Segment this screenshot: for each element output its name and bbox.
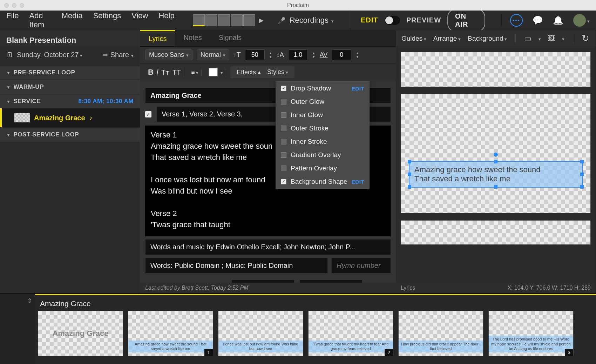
resize-handle[interactable] [494,160,497,163]
resize-handle[interactable] [580,160,584,163]
tracking-input[interactable] [332,49,351,60]
effect-gradient-overlay[interactable]: Gradient Overlay [276,148,369,162]
left-sidebar: Blank Presentation Sunday, October 27 Sh… [0,30,140,293]
section-service[interactable]: SERVICE8:30 AM; 10:30 AM [0,94,140,108]
section-warmup[interactable]: WARM-UP [0,80,140,94]
section-preservice[interactable]: PRE-SERVICE LOOP [0,65,140,80]
guides-dropdown[interactable]: Guides [401,35,426,42]
on-air-button[interactable]: ON AIR [447,9,485,32]
user-avatar [573,14,586,27]
slide-thumbnail[interactable]: The Lord has promised good to me His Wor… [488,311,574,356]
font-size-input[interactable] [245,49,265,60]
menu-media[interactable]: Media [62,11,83,29]
play-icon[interactable]: ▶ [259,16,264,24]
resize-handle[interactable] [580,173,584,176]
menu-help[interactable]: Help [158,11,174,29]
text-color-swatch[interactable] [209,68,218,76]
stepper[interactable]: ▲▼ [312,52,316,59]
share-icon [102,50,108,59]
line-height-icon: ↕A [277,51,284,59]
avatar[interactable] [205,14,217,26]
sidebar-item-song[interactable]: Amazing Grace ♪ [0,108,140,127]
effect-outer-glow[interactable]: Outer Glow [276,95,369,108]
line-height-input[interactable] [288,49,308,60]
more-menu-icon[interactable]: ••• [510,14,523,27]
resize-handle[interactable] [580,185,584,189]
slide-thumbnail[interactable]: Amazing grace how sweet the sound That s… [128,311,213,356]
slide-preview[interactable] [401,52,591,87]
lyrics-editor-body: Amazing Grace ✓ Verse 1, Verse 2, Verse … [140,81,396,283]
resize-handle[interactable] [408,160,411,163]
avatar[interactable] [243,14,255,26]
italic-button[interactable]: I [156,68,158,77]
slide-thumbnail[interactable]: 'Twas grace that taught my heart to fear… [308,311,393,356]
edit-preview-toggle[interactable] [385,16,400,25]
slide-thumbnail[interactable]: Amazing Grace [38,311,123,356]
calendar-icon [6,51,13,59]
order-checkbox[interactable]: ✓ [145,111,151,117]
share-button[interactable]: Share [102,50,134,59]
align-button[interactable]: ≡ [191,69,198,76]
avatar[interactable] [231,14,243,26]
effect-drop-shadow[interactable]: ✓Drop ShadowEDIT [276,82,369,95]
window-controls[interactable] [4,3,24,8]
ccli-number-1[interactable]: 3234509 [231,280,294,283]
menu-file[interactable]: File [6,11,19,29]
slide-thumbnail[interactable]: I once was lost but now am found Was bli… [218,311,303,356]
tab-lyrics[interactable]: Lyrics [140,30,175,46]
user-menu[interactable] [573,14,590,27]
effect-inner-stroke[interactable]: Inner Stroke [276,135,369,148]
arrange-dropdown[interactable]: Arrange [433,35,461,42]
image-tool-icon[interactable] [548,34,555,42]
background-dropdown[interactable]: Background [468,35,507,42]
tab-signals[interactable]: Signals [210,30,250,46]
resize-handle[interactable] [408,185,411,189]
credits-field[interactable]: Words and music by Edwin Othello Excell;… [145,239,391,255]
timeline-panel: ⇕ Amazing Grace Amazing Grace Amazing gr… [0,293,596,364]
effects-dropdown-trigger[interactable]: Effects ▴ [237,68,261,76]
avatar[interactable] [193,14,205,26]
stepper[interactable]: ▲▼ [355,52,359,59]
recordings-dropdown[interactable]: Recordings [273,16,339,25]
bold-button[interactable]: B [148,68,154,77]
edit-link[interactable]: EDIT [352,86,364,92]
font-family-select[interactable]: Museo Sans [145,49,192,60]
font-weight-select[interactable]: Normal [197,49,229,60]
presentation-title[interactable]: Blank Presentation [0,30,140,47]
textbox-tool-icon[interactable] [524,34,531,43]
tab-notes[interactable]: Notes [175,30,210,46]
chevron-down-icon [6,69,11,76]
resize-handle[interactable] [494,185,497,189]
edit-link[interactable]: EDIT [352,179,364,185]
menu-view[interactable]: View [131,11,148,29]
menu-settings[interactable]: Settings [93,11,121,29]
small-caps-button[interactable]: Tᴛ [161,68,170,76]
effects-dropdown: ✓Drop ShadowEDIT Outer Glow Inner Glow O… [276,81,370,189]
preview-toolbar: Guides Arrange Background [396,30,596,47]
effect-pattern-overlay[interactable]: Pattern Overlay [276,162,369,175]
notifications-icon[interactable] [553,15,563,25]
ccli-number-2[interactable]: 22025 [299,280,363,283]
resize-handle[interactable] [408,173,411,176]
effect-inner-glow[interactable]: Inner Glow [276,108,369,122]
copyright-field[interactable]: Words: Public Domain ; Music: Public Dom… [145,258,328,274]
slide-thumbnail[interactable]: How precious did that grace appear The h… [398,311,483,356]
timeline-song-label: Amazing Grace [40,299,593,308]
all-caps-button[interactable]: TT [172,68,181,76]
chat-icon[interactable] [533,15,543,25]
hymn-number-field[interactable]: Hymn number [331,258,391,274]
menu-add-item[interactable]: Add Item [29,11,51,29]
slide-preview-current[interactable]: Amazing grace how sweet the sound That s… [401,94,591,213]
refresh-icon[interactable] [582,33,589,44]
slide-preview[interactable] [401,220,591,245]
expand-icon[interactable]: ⇕ [27,297,32,305]
presentation-date[interactable]: Sunday, October 27 [17,51,82,59]
stepper[interactable]: ▲▼ [269,52,272,59]
selected-textbox[interactable]: Amazing grace how sweet the sound That s… [409,161,583,188]
effect-background-shape[interactable]: ✓Background ShapeEDIT [276,175,369,188]
section-postservice[interactable]: POST-SERVICE LOOP [0,127,140,142]
effect-outer-stroke[interactable]: Outer Stroke [276,122,369,135]
avatar[interactable] [218,14,230,26]
styles-dropdown-trigger[interactable]: Styles [267,68,288,76]
rotate-handle[interactable] [494,153,498,157]
